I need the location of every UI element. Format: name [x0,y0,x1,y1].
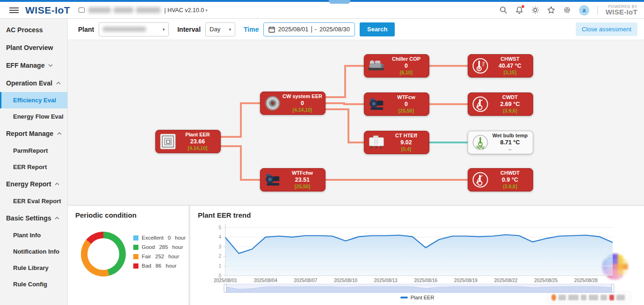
donut-hole [87,238,119,270]
trend-chart[interactable]: 0123452025/08/012025/08/042025/08/072025… [190,206,644,305]
app-version[interactable]: | HVAC v2.10.0 [164,7,204,14]
svg-text:2025/08/10: 2025/08/10 [334,278,357,283]
datazoom-left-handle[interactable] [224,284,226,292]
date-end: 2025/08/30 [319,26,350,33]
sidebar-item-label: EER Report [13,163,47,170]
sidebar-item-notification-info[interactable]: Notification Info [0,243,67,260]
sidebar-item-eer-eval-report[interactable]: EER Eval Report [0,193,67,209]
svg-text:2: 2 [218,254,221,259]
node-plant_eer[interactable]: Plant EER23.66[4.14,10] [155,130,221,153]
bell-icon[interactable] [515,6,523,14]
svg-text:2025/08/13: 2025/08/13 [374,278,398,283]
node-title: Chiller COP [386,56,426,63]
node-cwdt[interactable]: CWDT2.69 °C(3.9,6] [468,92,533,116]
sidebar-item-energy-report[interactable]: Energy Report [0,175,67,193]
sidebar-item-eer-report[interactable]: EER Report [0,159,67,175]
plant-select[interactable]: ▾ [99,22,169,36]
star-icon[interactable] [547,6,555,14]
search-icon[interactable] [499,6,507,14]
thermo-hot-icon [470,57,490,75]
diagram: Plant EER23.66[4.14,10]CW system EER0[4.… [68,40,644,205]
hamburger-menu-icon[interactable] [9,7,19,13]
sidebar-item-label: AC Process [6,26,43,34]
query-toolbar: Plant ▾ Interval Day ▾ Time 2025/08/01 -… [68,19,644,40]
node-cw_eer[interactable]: CW system EER0[4.14,10] [260,92,326,115]
sidebar-item-ac-process[interactable]: AC Process [0,21,67,39]
node-range: [6,10] [386,70,426,76]
legend-label: Good [142,244,155,250]
node-text: CHWDT0.9 °C(3.9,6] [490,170,530,190]
sidebar-item-label: Report Manage [6,130,53,137]
node-text: Wet bulb temp8.71 °C-- [490,133,530,153]
node-wtfcw[interactable]: WTFcw0[25,50] [364,92,429,116]
interval-select[interactable]: Day ▾ [205,22,235,36]
legend-swatch [133,245,138,250]
node-ct_hteff[interactable]: CT HTEff9.02[0,4] [364,131,429,154]
chevron-up-icon [55,217,59,220]
sidebar-item-eff-manage[interactable]: EFF Manage [0,57,67,74]
node-wet_bulb[interactable]: Wet bulb temp8.71 °C-- [468,131,533,154]
svg-text:4: 4 [218,234,221,240]
header-divider [597,6,598,14]
sidebar-item-rule-library[interactable]: Rule Library [0,260,67,276]
window-icon [79,7,85,13]
node-text: CW system EER0[4.14,10] [282,93,322,113]
node-chwdt[interactable]: CHWDT0.9 °C(3.9,6] [468,168,533,192]
svg-text:2025/08/04: 2025/08/04 [254,278,277,283]
node-title: CHWST [490,56,530,63]
close-assessment-button[interactable]: Close assessment [576,22,637,36]
sun-icon[interactable] [531,6,539,14]
sidebar-item-parmreport[interactable]: ParmReport [0,142,67,159]
legend-value: 285 [159,244,168,250]
sidebar-item-basic-settings[interactable]: Basic Settings [0,209,67,227]
sidebar-item-report-manage[interactable]: Report Manage [0,125,67,142]
sidebar-item-label: Plant Overview [6,44,53,51]
legend-value: 0 [168,235,171,241]
legend-label: Fair [142,254,151,259]
chevron-up-icon [56,82,61,85]
svg-text:3: 3 [218,244,221,249]
sidebar-item-efficiency-eval[interactable]: Efficiency Eval [0,92,67,108]
nested-squares-icon [158,132,178,151]
node-chwst[interactable]: CHWST40.47 °C[3,15] [468,54,533,78]
edge-cw_eer-to-wtfcw [326,103,364,104]
sidebar-item-label: Operation Eval [6,79,52,87]
legend-item-good[interactable]: Good285hour [133,244,186,250]
node-title: Wet bulb temp [490,133,530,139]
legend-item-fair[interactable]: Fair252hour [133,254,186,259]
sidebar-item-operation-eval[interactable]: Operation Eval [0,74,67,92]
sidebar-item-rule-config[interactable]: Rule Config [0,276,67,292]
node-title: CHWDT [490,170,530,177]
node-wtfchw[interactable]: WTFchw23.51[25,50] [260,168,326,192]
sidebar-item-plant-info[interactable]: Plant Info [0,227,67,243]
thermo-wet-icon [470,133,490,152]
gear-icon[interactable] [563,6,571,14]
legend-unit: hour [168,254,179,259]
sidebar-item-energy-flow-eval[interactable]: Energy Flow Eval [0,108,67,125]
donut-chart[interactable] [81,232,126,277]
wise-iot-logo: WISE-IoT [25,5,70,16]
search-button[interactable]: Search [360,22,395,36]
sidebar-item-label: EER Eval Report [13,198,61,205]
chevron-up-icon [55,183,59,185]
diagram-edges [68,40,644,205]
datazoom-right-handle[interactable] [612,284,614,292]
user-avatar[interactable]: a [579,5,589,15]
edge-plant_eer-to-wtfchw [221,146,260,180]
redacted-company-name [88,7,111,13]
legend-item-bad[interactable]: Bad86hour [133,263,186,269]
node-range: (3.9,6] [490,108,530,114]
thermo-icon [470,170,490,189]
svg-text:2025/08/22: 2025/08/22 [494,278,518,283]
sidebar-item-label: EFF Manage [6,62,44,69]
redacted-company-name [136,7,160,13]
bottom-panels: Periodic condition Excellent0hourGood285… [68,206,644,305]
node-chiller_cop[interactable]: Chiller COP0[6,10] [364,54,429,78]
time-label: Time [244,26,259,33]
powered-by-brand: POWERED BY WISE-IoT [606,5,637,16]
sidebar-item-plant-overview[interactable]: Plant Overview [0,39,67,57]
node-value: 0 [386,101,426,108]
date-range-input[interactable]: 2025/08/01 - 2025/08/30 [263,22,355,36]
legend-item-excellent[interactable]: Excellent0hour [133,235,186,241]
node-range: [25,50] [386,108,426,114]
